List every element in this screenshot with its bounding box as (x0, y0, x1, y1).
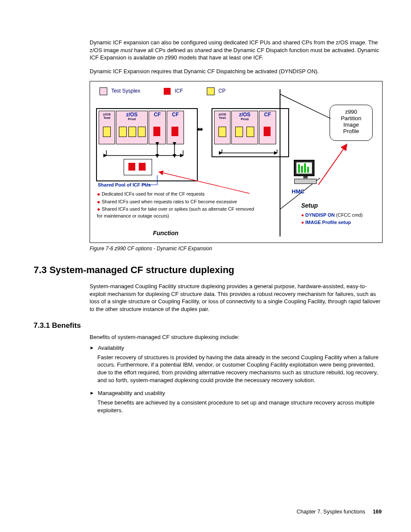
legend: Test Sysplex ICF CP (100, 87, 226, 95)
benefit-1-body: Faster recovery of structures is provide… (97, 354, 382, 384)
system-b: z/OSTest z/OS Prod CF (212, 108, 289, 157)
swatch-icf (164, 88, 171, 95)
arrows-internal-b (212, 109, 288, 156)
divider (280, 89, 280, 236)
arrows-internal-a (97, 109, 197, 180)
p1-shared: shared (195, 47, 212, 53)
triangle-bullet-icon: ► (90, 345, 94, 350)
note-2: Shared ICFs used when requests rates to … (102, 199, 237, 204)
paragraph-2: Dynamic ICF Expansion requires that Dyna… (34, 68, 382, 75)
hmc-label: HMC (292, 188, 305, 195)
page-footer: Chapter 7. Sysplex functions 169 (297, 509, 382, 515)
note-3: Shared ICFs used for take over or spikes… (97, 206, 254, 218)
legend-icf: ICF (175, 88, 183, 94)
figure-7-6: Test Sysplex ICF CP z/OSTest z/OS Prod C… (90, 81, 383, 243)
legend-test-sysplex: Test Sysplex (111, 88, 140, 94)
paragraph-3: System-managed Coupling Facility structu… (34, 283, 382, 313)
swatch-test-sysplex (100, 87, 107, 95)
p1-must: must (121, 47, 133, 53)
benefits-list: ►Availability Faster recovery of structu… (34, 345, 382, 414)
benefit-availability: ►Availability Faster recovery of structu… (90, 345, 382, 384)
note-1: Dedicated ICFs used for most of the CF r… (102, 191, 205, 196)
system-a: z/OSTest z/OS Prod CF CF (96, 108, 198, 181)
link-arrow-icon: ⬌ (197, 124, 203, 134)
benefits-intro: Benefits of system-managed CF structure … (34, 333, 382, 341)
svg-line-11 (318, 144, 347, 185)
benefit-2-body: These benefits are achieved by a consist… (97, 399, 382, 414)
hmc-computer-icon (294, 160, 317, 186)
heading-7-3-1: 7.3.1 Benefits (34, 321, 382, 330)
figure-caption: Figure 7-6 z990 CF options - Dynamic ICF… (90, 246, 382, 252)
benefit-2-title: Manageability and usability (98, 390, 165, 396)
legend-cp: CP (218, 88, 226, 94)
partition-image-profile: z990PartitionImageProfile (330, 105, 373, 141)
footer-chapter: Chapter 7. Sysplex functions (297, 509, 365, 515)
setup-notes: ● DYNDISP ON (CFCC cmd) ● IMAGE Profile … (301, 212, 363, 226)
cfcc-cmd: (CFCC cmd) (335, 212, 363, 218)
heading-7-3: 7.3 System-managed CF structure duplexin… (34, 264, 382, 276)
function-notes: ● Dedicated ICFs used for most of the CF… (97, 190, 261, 219)
paragraph-1: Dynamic ICF expansion can also be config… (34, 39, 382, 62)
triangle-bullet-icon: ► (90, 390, 94, 395)
setup-heading: Setup (301, 202, 318, 209)
benefit-1-title: Availability (98, 345, 124, 351)
image-profile-setup: IMAGE Profile setup (305, 220, 351, 225)
dyndisp-on: DYNDISP ON (305, 212, 335, 218)
benefit-manageability: ►Manageability and usability These benef… (90, 390, 382, 414)
function-heading: Function (153, 230, 178, 236)
swatch-cp (207, 87, 215, 95)
p1-b: have all CPs defined as (133, 47, 195, 53)
footer-page-number: 169 (373, 509, 382, 515)
